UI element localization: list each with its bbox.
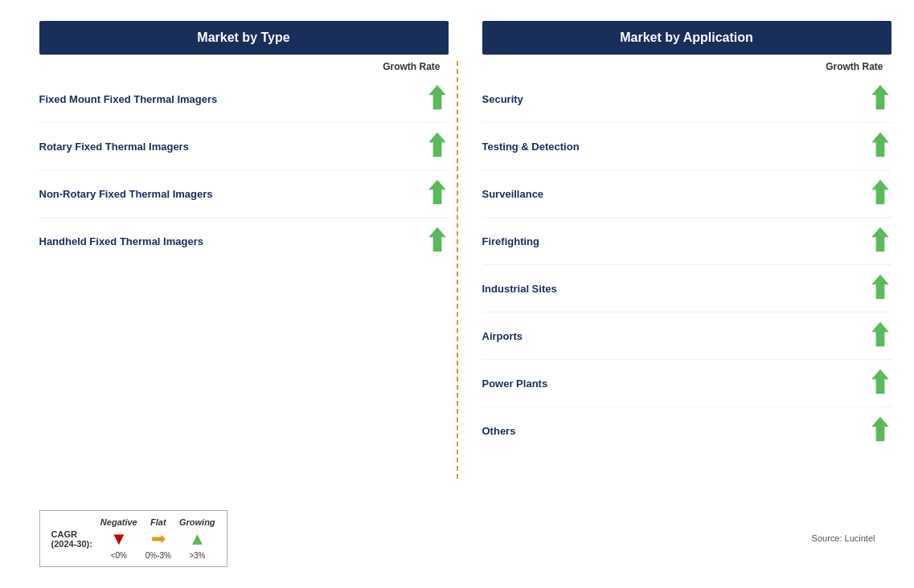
right-item-label-6: Power Plants [482, 378, 869, 390]
left-item-label-2: Non-Rotary Fixed Thermal Imagers [39, 188, 426, 200]
legend-negative: Negative ▼ <0% [100, 517, 137, 560]
right-item-arrow-5 [869, 321, 891, 351]
legend-growing-label: Growing [179, 517, 215, 527]
legend-growing-arrow: ▲ [188, 529, 206, 549]
right-item-label-5: Airports [482, 330, 869, 342]
left-item-row: Non-Rotary Fixed Thermal Imagers [39, 170, 449, 218]
svg-marker-5 [871, 133, 888, 157]
legend-negative-label: Negative [100, 517, 137, 527]
right-item-arrow-2 [869, 178, 891, 209]
right-panel: Market by Application Growth Rate Securi… [458, 13, 900, 575]
left-item-row: Rotary Fixed Thermal Imagers [39, 123, 449, 170]
left-items-list: Fixed Mount Fixed Thermal Imagers Rotary… [39, 76, 449, 264]
main-content: Market by Type Growth Rate Fixed Mount F… [15, 13, 900, 575]
legend-negative-arrow: ▼ [110, 529, 128, 549]
legend-flat-label: Flat [150, 517, 166, 527]
svg-marker-3 [428, 227, 445, 251]
left-item-row: Fixed Mount Fixed Thermal Imagers [39, 76, 449, 123]
right-item-label-4: Industrial Sites [482, 283, 869, 295]
svg-marker-6 [871, 180, 888, 204]
left-item-row: Handheld Fixed Thermal Imagers [39, 218, 449, 264]
right-item-row: Surveillance [482, 170, 891, 218]
svg-marker-8 [871, 275, 888, 299]
right-item-label-0: Security [482, 93, 869, 105]
source-text: Source: Lucintel [812, 533, 875, 543]
right-item-row: Airports [482, 312, 891, 360]
right-items-list: Security Testing & Detection Surveillanc… [482, 76, 891, 454]
right-item-arrow-6 [869, 368, 891, 398]
right-item-row: Industrial Sites [482, 265, 891, 312]
left-item-arrow-3 [426, 226, 449, 256]
right-item-row: Security [482, 76, 891, 123]
right-item-label-7: Others [482, 425, 869, 437]
right-item-label-3: Firefighting [482, 235, 869, 247]
right-item-label-2: Surveillance [482, 188, 869, 200]
left-item-label-0: Fixed Mount Fixed Thermal Imagers [39, 93, 426, 105]
left-panel: Market by Type Growth Rate Fixed Mount F… [15, 13, 457, 575]
legend-flat-range: 0%-3% [146, 551, 171, 560]
left-growth-rate-label: Growth Rate [39, 61, 449, 72]
svg-marker-7 [871, 227, 888, 251]
legend-flat: Flat ➡ 0%-3% [146, 517, 171, 560]
right-item-arrow-3 [869, 226, 891, 256]
left-item-label-3: Handheld Fixed Thermal Imagers [39, 235, 426, 247]
left-item-arrow-0 [426, 84, 449, 114]
right-item-row: Testing & Detection [482, 123, 891, 170]
right-item-arrow-1 [869, 131, 891, 161]
right-item-arrow-4 [869, 273, 891, 304]
legend-box: CAGR (2024-30): Negative ▼ <0% Flat ➡ 0%… [39, 510, 227, 567]
left-panel-header: Market by Type [39, 21, 449, 55]
container: Market by Type Growth Rate Fixed Mount F… [15, 13, 900, 575]
svg-marker-10 [871, 370, 888, 394]
svg-marker-9 [871, 322, 888, 346]
svg-marker-2 [428, 180, 445, 204]
cagr-label: CAGR (2024-30): [51, 529, 92, 549]
right-item-row: Power Plants [482, 360, 891, 407]
right-item-arrow-0 [869, 84, 891, 114]
right-growth-rate-label: Growth Rate [482, 61, 891, 72]
right-panel-header: Market by Application [482, 21, 891, 55]
svg-marker-1 [428, 133, 445, 157]
left-item-arrow-2 [426, 178, 449, 209]
legend-growing-range: >3% [189, 551, 205, 560]
svg-marker-0 [428, 85, 445, 109]
legend-negative-range: <0% [111, 551, 127, 560]
left-item-arrow-1 [426, 131, 449, 161]
left-item-label-1: Rotary Fixed Thermal Imagers [39, 141, 426, 153]
right-item-row: Firefighting [482, 218, 891, 265]
right-item-arrow-7 [869, 415, 891, 446]
legend-growing: Growing ▲ >3% [179, 517, 215, 560]
svg-marker-11 [871, 417, 888, 441]
legend-flat-arrow: ➡ [151, 529, 166, 549]
svg-marker-4 [871, 85, 888, 109]
right-item-row: Others [482, 407, 891, 454]
right-item-label-1: Testing & Detection [482, 141, 869, 153]
